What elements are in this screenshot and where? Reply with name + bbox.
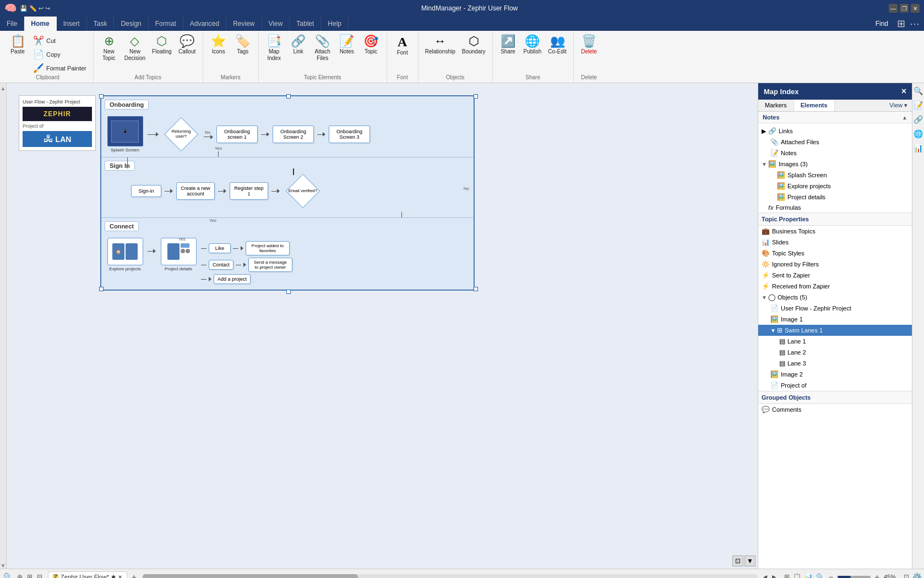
view-mode-icon4[interactable]: 🔍	[816, 573, 824, 579]
tree-item-lane2[interactable]: ▤ Lane 2	[758, 347, 912, 358]
icons-button[interactable]: ⭐ Icons	[208, 34, 230, 56]
node-register-step1[interactable]: Register step 1	[230, 182, 268, 200]
tree-item-image1[interactable]: 🖼️ Image 1	[758, 314, 912, 325]
selection-handle-bl[interactable]	[99, 287, 104, 291]
format-painter-button[interactable]: 🖌️ Format Painter	[31, 62, 89, 74]
tree-item-comments[interactable]: 💬 Comments	[758, 404, 912, 415]
status-add-icon[interactable]: ⊕	[16, 572, 24, 579]
restore-btn[interactable]: ❐	[900, 4, 909, 13]
attach-files-button[interactable]: 📎 AttachFiles	[312, 34, 334, 63]
tree-item-swim-lanes-1[interactable]: ▼ ⊞ Swim Lanes 1	[758, 325, 912, 336]
tree-item-lane3[interactable]: ▤ Lane 3	[758, 358, 912, 369]
close-btn[interactable]: ✕	[911, 4, 920, 13]
link-button[interactable]: 🔗 Link	[287, 34, 309, 56]
share-button[interactable]: ↗️ Share	[497, 34, 519, 56]
tab-tablet[interactable]: Tablet	[290, 17, 321, 31]
tab-review[interactable]: Review	[226, 17, 262, 31]
left-scrollbar[interactable]: ▲ ▼	[0, 83, 7, 569]
node-contact[interactable]: Contact	[209, 260, 233, 270]
tree-item-links[interactable]: ▶ 🔗 Links	[758, 126, 912, 137]
co-edit-button[interactable]: 👥 Co-Edit	[546, 34, 568, 56]
map-index-button[interactable]: 📑 MapIndex	[263, 34, 285, 63]
ri-icon-3[interactable]: 🔗	[912, 114, 924, 125]
status-filter-icon[interactable]: 🔍	[2, 571, 14, 579]
tree-item-business-topics[interactable]: 💼 Business Topics	[758, 226, 912, 237]
node-like[interactable]: Like	[209, 243, 231, 253]
settings-btn[interactable]: ⚙️	[912, 572, 922, 579]
minimize-btn[interactable]: —	[889, 4, 898, 13]
selection-handle-tr[interactable]	[286, 94, 291, 99]
tree-item-image2[interactable]: 🖼️ Image 2	[758, 369, 912, 380]
topic-properties-section[interactable]: Topic Properties	[758, 212, 912, 226]
tab-file[interactable]: File	[0, 17, 24, 31]
tree-item-project-details-img[interactable]: 🖼️ Project details	[758, 192, 912, 203]
cut-button[interactable]: ✂️ Cut	[31, 34, 89, 47]
font-button[interactable]: A Font	[392, 34, 414, 57]
publish-button[interactable]: 🌐 Publish	[521, 34, 544, 56]
canvas-area[interactable]: User Flow - Zephir Project ZEPHIR Projec…	[7, 83, 758, 569]
new-tab-btn[interactable]: +	[129, 571, 138, 579]
tree-item-sent-zapier[interactable]: ⚡ Sent to Zapier	[758, 270, 912, 281]
tab-close-btn[interactable]: ✕	[118, 574, 122, 579]
node-onboarding-3[interactable]: Onboarding Screen 3	[329, 126, 370, 143]
ri-icon-5[interactable]: 📊	[912, 143, 924, 154]
node-returning-user[interactable]: Returning user?	[162, 121, 200, 148]
zoom-fit-btn[interactable]: ⊡	[732, 555, 743, 566]
tab-task[interactable]: Task	[87, 17, 115, 31]
tree-item-attached-files[interactable]: 📎 Attached Files	[758, 137, 912, 148]
tree-item-slides[interactable]: 📊 Slides	[758, 237, 912, 248]
tab-design[interactable]: Design	[114, 17, 148, 31]
ri-icon-2[interactable]: 📝	[912, 100, 924, 111]
notes-section-header[interactable]: Notes ▲	[758, 112, 912, 123]
zoom-in-btn[interactable]: +	[874, 572, 880, 579]
tab-insert[interactable]: Insert	[57, 17, 87, 31]
tree-item-received-zapier[interactable]: ⚡ Received from Zapier	[758, 281, 912, 292]
fit-page-btn[interactable]: ⊡	[904, 573, 909, 579]
node-project-added[interactable]: Project added to favorites	[246, 241, 290, 255]
tree-item-lane1[interactable]: ▤ Lane 1	[758, 336, 912, 347]
scroll-right-btn[interactable]: ►	[771, 573, 778, 579]
zoom-out-canvas-btn[interactable]: ▼	[744, 555, 755, 566]
node-explore-projects[interactable]: 🏠 Explore projects	[106, 238, 144, 271]
tree-item-topic-styles[interactable]: 🎨 Topic Styles	[758, 248, 912, 259]
selection-handle-tm[interactable]	[474, 94, 478, 99]
tree-item-explore-projects[interactable]: 🖼️ Explore projects	[758, 181, 912, 192]
panel-view-btn[interactable]: View ▾	[885, 100, 912, 111]
new-topic-button[interactable]: ⊕ NewTopic	[98, 34, 120, 63]
node-add-project[interactable]: Add a project	[214, 274, 251, 284]
tab-advanced[interactable]: Advanced	[183, 17, 226, 31]
floating-button[interactable]: ⬡ Floating	[150, 34, 174, 56]
tree-item-notes[interactable]: 📝 Notes	[758, 148, 912, 159]
tree-item-project-of[interactable]: 📄 Project of	[758, 380, 912, 391]
zoom-out-btn[interactable]: −	[828, 572, 834, 579]
node-project-details[interactable]: Project details	[159, 238, 198, 271]
view-mode-icon1[interactable]: ⊞	[784, 573, 790, 579]
tree-item-objects[interactable]: ▼ ◯ Objects (5)	[758, 292, 912, 303]
ri-icon-4[interactable]: 🌐	[912, 128, 924, 139]
panel-close-btn[interactable]: ×	[901, 86, 906, 96]
status-grid-icon[interactable]: ⊟	[36, 572, 44, 579]
node-email-verified[interactable]: Email verified?	[283, 177, 323, 205]
tree-item-user-flow-obj[interactable]: 📄 User Flow - Zephir Project	[758, 303, 912, 314]
tree-item-images[interactable]: ▼ 🖼️ Images (3)	[758, 159, 912, 170]
topic-element-button[interactable]: 🎯 Topic	[360, 34, 382, 56]
horizontal-scrollbar[interactable]	[143, 574, 758, 579]
node-signin[interactable]: Sign-in	[131, 185, 161, 197]
panel-tab-elements[interactable]: Elements	[794, 100, 835, 111]
paste-button[interactable]: 📋 Paste	[7, 34, 29, 56]
tab-format[interactable]: Format	[149, 17, 183, 31]
horizontal-scroll-thumb[interactable]	[143, 574, 358, 579]
selection-handle-tl[interactable]	[99, 94, 104, 99]
view-mode-icon2[interactable]: 📋	[793, 573, 801, 579]
node-onboarding-1[interactable]: Onboarding screen 1	[216, 126, 258, 143]
scroll-left-btn[interactable]: ◄	[762, 573, 769, 579]
node-splash-screen[interactable]: 📱 Splash Screen	[106, 116, 144, 152]
tab-view[interactable]: View	[262, 17, 290, 31]
selection-handle-br[interactable]	[474, 287, 478, 291]
delete-button[interactable]: 🗑️ Delete	[578, 34, 600, 56]
callout-button[interactable]: 💬 Callout	[176, 34, 198, 56]
node-send-message[interactable]: Send a message to project owner	[248, 258, 292, 272]
new-decision-button[interactable]: ◇ NewDecision	[122, 34, 148, 63]
relationship-button[interactable]: ↔️ Relationship	[423, 34, 458, 56]
tab-help[interactable]: Help	[321, 17, 349, 31]
